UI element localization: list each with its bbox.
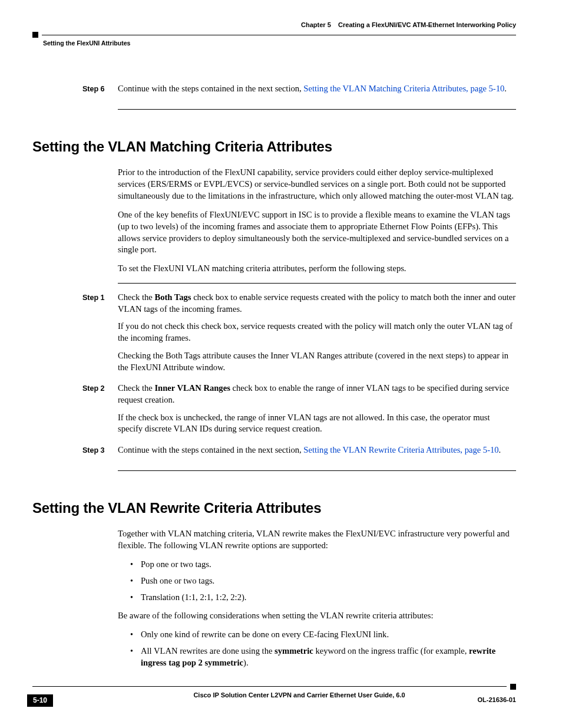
step-3-p1-a: Continue with the steps contained in the… (118, 445, 303, 454)
step-2-p2: If the check box is unchecked, the range… (118, 412, 516, 435)
step-6-text-a: Continue with the steps contained in the… (118, 84, 303, 93)
link-vlan-matching[interactable]: Setting the VLAN Matching Criteria Attri… (303, 84, 504, 93)
step-6-row: Step 6 Continue with the steps contained… (32, 83, 516, 101)
heading-vlan-rewrite: Setting the VLAN Rewrite Criteria Attrib… (32, 498, 516, 518)
step-1-p2: If you do not check this check box, serv… (118, 321, 516, 344)
header-square-icon (32, 32, 38, 38)
rewrite-bullets-2: Only one kind of rewrite can be done on … (130, 629, 516, 669)
step-1-row: Step 1 Check the Both Tags check box to … (32, 292, 516, 379)
rewrite-bullets-1: Pop one or two tags. Push one or two tag… (130, 559, 516, 604)
step-3-p1-b: . (499, 445, 501, 454)
page-number: 5-10 (27, 694, 53, 707)
step-3-body: Continue with the steps contained in the… (118, 444, 516, 462)
heading-vlan-matching: Setting the VLAN Matching Criteria Attri… (32, 137, 516, 157)
step-2-row: Step 2 Check the Inner VLAN Ranges check… (32, 383, 516, 441)
step-6-body: Continue with the steps contained in the… (118, 83, 516, 101)
footer: Cisco IP Solution Center L2VPN and Carri… (32, 684, 516, 700)
step-2-label: Step 2 (82, 383, 118, 394)
b2-a: All VLAN rewrites are done using the (141, 646, 275, 655)
chapter-title: Creating a FlexUNI/EVC ATM-Ethernet Inte… (338, 21, 516, 28)
b2-c: ). (243, 658, 249, 667)
doc-id: OL-21636-01 (478, 696, 516, 704)
divider (118, 109, 516, 110)
step-2-body: Check the Inner VLAN Ranges check box to… (118, 383, 516, 441)
step-6-text-b: . (504, 84, 507, 93)
section-breadcrumb: Setting the FlexUNI Attributes (43, 39, 516, 48)
list-item: Translation (1:1, 2:1, 1:2, 2:2). (130, 592, 516, 604)
list-item: Push one or two tags. (130, 575, 516, 587)
step-2-p1-a: Check the (118, 383, 154, 393)
rewrite-p2: Be aware of the following considerations… (118, 610, 516, 622)
step-1-p1-a: Check the (118, 292, 154, 302)
b2-b: keyword on the ingress traffic (for exam… (313, 646, 469, 655)
match-intro-p3: To set the FlexUNI VLAN matching criteri… (118, 263, 516, 275)
step-6-label: Step 6 (82, 83, 118, 95)
list-item: Only one kind of rewrite can be done on … (130, 629, 516, 641)
running-header: Chapter 5 Creating a FlexUNI/EVC ATM-Eth… (32, 21, 516, 29)
link-vlan-rewrite[interactable]: Setting the VLAN Rewrite Criteria Attrib… (303, 445, 498, 454)
b2-bold1: symmetric (275, 646, 313, 655)
page: Chapter 5 Creating a FlexUNI/EVC ATM-Eth… (0, 0, 562, 728)
match-intro-p1: Prior to the introduction of the FlexUNI… (118, 167, 516, 202)
guide-title: Cisco IP Solution Center L2VPN and Carri… (82, 691, 516, 700)
rewrite-p1: Together with VLAN matching criteria, VL… (118, 528, 516, 552)
step-1-label: Step 1 (82, 292, 118, 304)
chapter-header: Chapter 5 Creating a FlexUNI/EVC ATM-Eth… (301, 21, 516, 29)
chapter-label: Chapter 5 (301, 21, 331, 28)
list-item: All VLAN rewrites are done using the sym… (130, 645, 516, 669)
step-3-label: Step 3 (82, 444, 118, 456)
footer-square-icon (510, 684, 516, 690)
list-item: Pop one or two tags. (130, 559, 516, 571)
step-1-p3: Checking the Both Tags attribute causes … (118, 350, 516, 373)
step-1-bold: Both Tags (154, 292, 191, 302)
step-1-body: Check the Both Tags check box to enable … (118, 292, 516, 379)
step-2-bold: Inner VLAN Ranges (154, 383, 230, 393)
divider (118, 283, 516, 284)
match-intro: Prior to the introduction of the FlexUNI… (118, 167, 516, 275)
match-intro-p2: One of the key benefits of FlexUNI/EVC s… (118, 209, 516, 256)
divider (118, 470, 516, 471)
page-number-wrap: 5-10 (27, 694, 53, 707)
step-3-row: Step 3 Continue with the steps contained… (32, 444, 516, 462)
header-rule (32, 32, 516, 38)
